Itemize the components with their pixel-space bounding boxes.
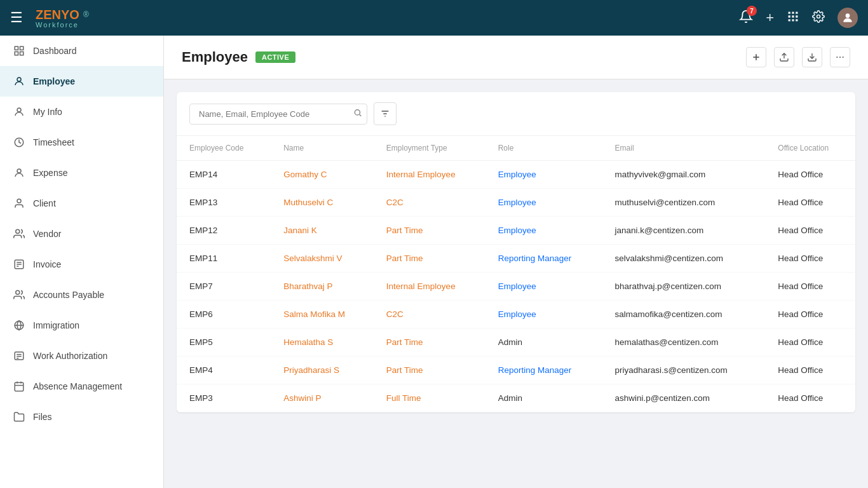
notification-bell[interactable]: 7 [739, 10, 753, 26]
col-header-type: Employment Type [374, 136, 485, 161]
cell-location: Head Office [765, 245, 855, 273]
cell-code: EMP5 [177, 329, 271, 356]
sidebar-item-employee[interactable]: Employee [0, 66, 163, 97]
sidebar-item-expense[interactable]: Expense [0, 158, 163, 188]
cell-type: Part Time [374, 217, 485, 245]
sidebar-label-myinfo: My Info [33, 107, 62, 117]
sidebar-item-invoice[interactable]: Invoice [0, 249, 163, 280]
gear-svg [812, 10, 825, 23]
cell-location: Head Office [765, 273, 855, 301]
cell-role[interactable]: Employee [485, 273, 602, 301]
cell-name[interactable]: Ashwini P [271, 384, 374, 412]
sidebar-item-client[interactable]: Client [0, 188, 163, 219]
sidebar-item-work-authorization[interactable]: Work Authorization [0, 341, 163, 371]
cell-name[interactable]: Muthuselvi C [271, 189, 374, 217]
cell-name[interactable]: Salma Mofika M [271, 301, 374, 329]
sidebar-label-employee: Employee [33, 76, 75, 86]
svg-point-25 [16, 290, 20, 294]
svg-point-10 [846, 13, 850, 18]
logo-registered: ® [83, 10, 89, 19]
cell-name[interactable]: Priyadharasi S [271, 356, 374, 384]
svg-point-39 [836, 57, 837, 58]
sidebar-item-files[interactable]: Files [0, 402, 163, 432]
cell-location: Head Office [765, 356, 855, 384]
cell-location: Head Office [765, 189, 855, 217]
table-row: EMP7 Bharathvaj P Internal Employee Empl… [177, 273, 855, 301]
cell-location: Head Office [765, 217, 855, 245]
sidebar-item-myinfo[interactable]: My Info [0, 97, 163, 127]
cell-role[interactable]: Employee [485, 189, 602, 217]
cell-role[interactable]: Employee [485, 301, 602, 329]
cell-name[interactable]: Janani K [271, 217, 374, 245]
apps-grid-icon[interactable] [787, 10, 799, 26]
svg-rect-5 [796, 15, 797, 17]
sidebar-item-timesheet[interactable]: Timesheet [0, 127, 163, 158]
col-header-code: Employee Code [177, 136, 271, 161]
settings-icon[interactable] [812, 10, 825, 26]
svg-rect-7 [792, 19, 794, 21]
search-bar [177, 92, 855, 136]
add-record-button[interactable] [746, 47, 766, 67]
sidebar: Dashboard Employee My Info Timesheet Exp… [0, 36, 164, 488]
sidebar-item-absence-management[interactable]: Absence Management [0, 371, 163, 402]
svg-point-42 [355, 110, 360, 115]
cell-role[interactable]: Employee [485, 217, 602, 245]
hamburger-icon[interactable]: ☰ [10, 10, 23, 26]
sidebar-item-vendor[interactable]: Vendor [0, 219, 163, 249]
svg-rect-4 [792, 15, 794, 17]
sidebar-label-work-auth: Work Authorization [33, 351, 107, 361]
cell-location: Head Office [765, 329, 855, 356]
client-icon [13, 197, 25, 210]
svg-point-16 [17, 108, 21, 112]
cell-name[interactable]: Selvalakshmi V [271, 245, 374, 273]
sidebar-label-absence: Absence Management [33, 381, 122, 391]
table-row: EMP6 Salma Mofika M C2C Employee salmamo… [177, 301, 855, 329]
cell-email: bharathvaj.p@centizen.com [602, 273, 766, 301]
upload-button[interactable] [774, 47, 794, 67]
svg-rect-31 [15, 383, 24, 391]
svg-rect-11 [15, 46, 18, 50]
cell-email: hemalathas@centizen.com [602, 329, 766, 356]
search-input[interactable] [189, 104, 367, 125]
sidebar-item-accounts-payable[interactable]: Accounts Payable [0, 280, 163, 310]
svg-rect-12 [20, 46, 24, 50]
user-avatar[interactable] [837, 8, 858, 28]
sidebar-label-immigration: Immigration [33, 320, 79, 330]
logo-subtitle: Workforce [36, 21, 89, 29]
cell-role[interactable]: Reporting Manager [485, 245, 602, 273]
col-header-location: Office Location [765, 136, 855, 161]
svg-point-9 [817, 15, 820, 18]
more-options-button[interactable] [830, 47, 850, 67]
cell-code: EMP12 [177, 217, 271, 245]
employee-icon [13, 75, 25, 88]
accounts-payable-icon [13, 288, 25, 301]
cell-email: janani.k@centizen.com [602, 217, 766, 245]
expense-icon [13, 166, 25, 179]
vendor-icon [13, 227, 25, 240]
cell-code: EMP11 [177, 245, 271, 273]
timesheet-icon [13, 136, 25, 149]
search-button[interactable] [353, 109, 362, 119]
cell-role[interactable]: Reporting Manager [485, 356, 602, 384]
cell-name[interactable]: Bharathvaj P [271, 273, 374, 301]
cell-type: Internal Employee [374, 273, 485, 301]
cell-email: ashwini.p@centizen.com [602, 384, 766, 412]
search-input-wrap [189, 104, 367, 125]
cell-role[interactable]: Employee [485, 161, 602, 189]
notification-badge: 7 [747, 6, 757, 16]
table-row: EMP3 Ashwini P Full Time Admin ashwini.p… [177, 384, 855, 412]
cell-name[interactable]: Hemalatha S [271, 329, 374, 356]
sidebar-item-dashboard[interactable]: Dashboard [0, 36, 163, 66]
dashboard-icon [13, 44, 25, 57]
main-content: Employee ACTIVE [164, 36, 868, 488]
header-actions [746, 47, 850, 67]
svg-point-20 [16, 229, 20, 233]
add-button[interactable]: + [766, 10, 774, 26]
content-area: Employee Code Name Employment Type Role … [164, 79, 868, 488]
sidebar-item-immigration[interactable]: Immigration [0, 310, 163, 341]
cell-type: Internal Employee [374, 161, 485, 189]
table-row: EMP11 Selvalakshmi V Part Time Reporting… [177, 245, 855, 273]
filter-button[interactable] [374, 102, 397, 125]
download-button[interactable] [802, 47, 822, 67]
cell-name[interactable]: Gomathy C [271, 161, 374, 189]
